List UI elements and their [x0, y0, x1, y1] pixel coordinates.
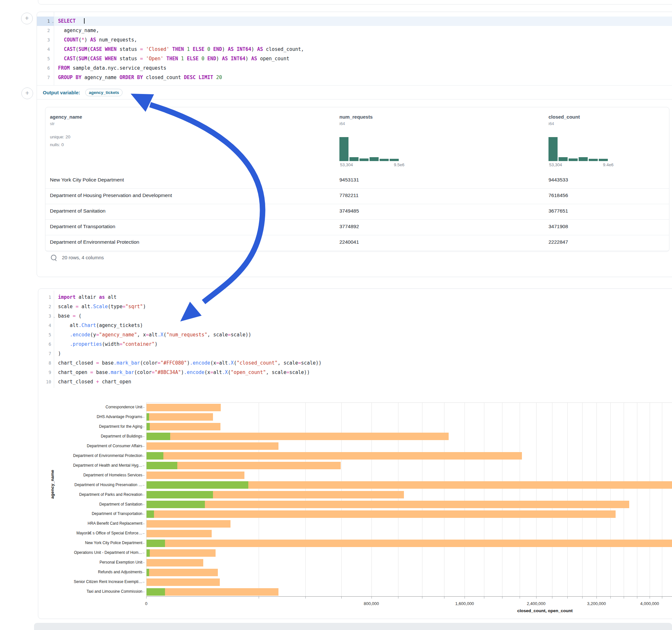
x-axis-tick	[464, 597, 465, 599]
y-axis-label: HRA Benefit Card Replacement	[45, 521, 142, 526]
line-number-gutter: 1⌄	[37, 17, 54, 26]
column-name: closed_count	[549, 114, 580, 120]
code-line[interactable]: 1⌄SELECT	[37, 17, 672, 26]
x-axis-title: closed_count, open_count	[517, 608, 573, 613]
table-row[interactable]: Department of Environmental Protection22…	[45, 235, 669, 251]
add-cell-button-top[interactable]: +	[21, 13, 33, 24]
fold-chevron-icon: ⌄	[50, 17, 54, 26]
y-axis-label: Department of Sanitation	[45, 502, 142, 507]
y-axis-label: Taxi and Limousine Commission	[45, 589, 142, 594]
closed-count-bar[interactable]	[146, 530, 212, 537]
table-row[interactable]: Department of Housing Preservation and D…	[45, 188, 669, 204]
histogram-bar	[599, 159, 608, 161]
closed-count-bar[interactable]	[146, 423, 220, 430]
code-line[interactable]: 2 agency_name,	[37, 26, 672, 35]
code-line[interactable]: 6FROM sample_data.nyc.service_requests	[37, 64, 672, 73]
open-count-bar[interactable]	[146, 569, 149, 576]
table-footer: 20 rows, 4 columns	[51, 255, 104, 260]
x-axis-tick-label: 3,200,000	[587, 601, 606, 606]
open-count-bar[interactable]	[146, 539, 165, 547]
table-row[interactable]: Department of Transportation377489234719…	[45, 219, 669, 235]
open-count-bar[interactable]	[146, 501, 205, 508]
gridline	[484, 403, 484, 596]
open-count-bar[interactable]	[146, 588, 165, 596]
closed-count-bar[interactable]	[146, 433, 449, 440]
output-variable-pill[interactable]: agency_tickets	[85, 89, 123, 96]
line-number-gutter: 2	[37, 26, 54, 35]
y-axis-tick	[143, 437, 145, 437]
x-axis-tick	[662, 597, 662, 599]
table-cell: 2222847	[549, 239, 568, 245]
y-axis-tick	[143, 505, 145, 505]
search-icon[interactable]	[51, 255, 56, 260]
plot-area	[146, 403, 672, 597]
y-axis-label: Department of Housing Preservation …	[45, 483, 142, 487]
open-count-bar[interactable]	[146, 452, 163, 460]
x-axis-tick-label: 1,600,000	[455, 601, 474, 606]
histogram-bar	[360, 159, 368, 161]
closed-count-bar[interactable]	[146, 569, 218, 576]
closed-count-bar[interactable]	[146, 442, 279, 450]
closed-count-bar[interactable]	[146, 471, 244, 479]
column-histogram: 53,3049.4e6	[549, 137, 609, 161]
x-axis-tick	[259, 597, 259, 599]
add-cell-button-output[interactable]: +	[21, 88, 33, 99]
y-axis-tick	[143, 592, 145, 592]
row-column-count: 20 rows, 4 columns	[62, 255, 104, 260]
closed-count-bar[interactable]	[146, 452, 522, 460]
histogram-bar	[380, 159, 389, 161]
python-cell: 1import altair as alt2scale = alt.Scale(…	[38, 288, 672, 619]
table-row[interactable]: Department of Sanitation37494853677651	[45, 204, 669, 220]
histogram-bar	[558, 157, 568, 161]
x-axis-tick	[552, 597, 552, 599]
closed-count-bar[interactable]	[146, 501, 629, 508]
closed-count-bar[interactable]	[146, 413, 213, 421]
sql-code-editor[interactable]: 1⌄SELECT2 agency_name,3 COUNT(*) AS num_…	[37, 17, 672, 82]
closed-count-bar[interactable]	[146, 539, 672, 547]
column-header-num_requests: num_requestsi64	[339, 114, 373, 126]
open-count-bar[interactable]	[146, 433, 170, 440]
table-cell: Department of Environmental Protection	[50, 239, 139, 245]
gridline	[597, 403, 597, 596]
y-axis-tick	[143, 427, 145, 427]
table-cell: New York City Police Department	[50, 177, 124, 183]
y-axis-tick	[143, 543, 145, 543]
closed-count-bar[interactable]	[146, 588, 279, 596]
table-cell: 7618456	[549, 193, 568, 198]
y-axis-label: Personal Exemption Unit	[45, 560, 142, 564]
code-line[interactable]: 7GROUP BY agency_name ORDER BY closed_co…	[37, 73, 672, 82]
closed-count-bar[interactable]	[146, 549, 216, 557]
table-row[interactable]: New York City Police Department945313194…	[45, 173, 669, 189]
sql-cell: 1⌄SELECT2 agency_name,3 COUNT(*) AS num_…	[37, 12, 672, 277]
table-cell: 9453131	[339, 177, 359, 183]
open-count-bar[interactable]	[146, 510, 154, 518]
gridline	[536, 403, 536, 596]
y-axis-label: Senior Citizen Rent Increase Exempti…	[45, 579, 142, 584]
closed-count-bar[interactable]	[146, 579, 220, 586]
closed-count-bar[interactable]	[146, 404, 221, 411]
code-line[interactable]: 5 CAST(SUM(CASE WHEN status = 'Open' THE…	[37, 54, 672, 64]
column-type: i64	[339, 121, 373, 126]
y-axis-label: Department of Environmental Protection	[45, 453, 142, 458]
notebook-page: + + 1⌄SELECT2 agency_name,3 COUNT(*) AS …	[0, 0, 672, 630]
y-axis-tick	[143, 514, 145, 514]
open-count-bar[interactable]	[146, 462, 177, 469]
open-count-bar[interactable]	[146, 413, 149, 421]
code-line[interactable]: 4 CAST(SUM(CASE WHEN status = 'Closed' T…	[37, 45, 672, 54]
column-header-agency_name: agency_namestrunique: 20nulls: 0	[50, 114, 82, 149]
x-axis-tick	[650, 597, 650, 599]
code-line-text: FROM sample_data.nyc.service_requests	[58, 64, 166, 73]
open-count-bar[interactable]	[146, 481, 248, 489]
closed-count-bar[interactable]	[146, 559, 203, 566]
output-variable-row: Output variable: agency_tickets	[37, 85, 672, 99]
open-count-bar[interactable]	[146, 491, 213, 499]
gridline	[259, 403, 259, 596]
histogram-bar	[579, 157, 588, 161]
y-axis-tick	[143, 563, 145, 563]
closed-count-bar[interactable]	[146, 520, 231, 528]
open-count-bar[interactable]	[146, 549, 150, 557]
x-axis-tick	[484, 597, 484, 599]
open-count-bar[interactable]	[146, 423, 150, 430]
code-line[interactable]: 3 COUNT(*) AS num_requests,	[37, 35, 672, 45]
closed-count-bar[interactable]	[146, 510, 616, 518]
